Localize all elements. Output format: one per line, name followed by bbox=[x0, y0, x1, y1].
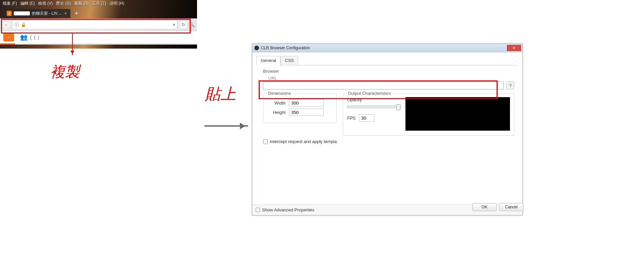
body-spacer bbox=[256, 145, 518, 202]
url-text-masked bbox=[28, 23, 171, 27]
chat-strip: ⋯ 👥 ( 1 ) bbox=[0, 31, 197, 45]
tab-css[interactable]: CSS bbox=[280, 56, 298, 65]
width-label: Width bbox=[267, 101, 285, 106]
tab-masked-text bbox=[14, 11, 30, 15]
menubar: 檔案 (F) 編輯 (E) 檢視 (V) 歷史 (S) 書籤 (B) 工具 (T… bbox=[0, 0, 197, 7]
annotation-paste: 貼上 bbox=[205, 84, 236, 105]
url-label: URL bbox=[268, 76, 514, 81]
fps-input[interactable] bbox=[359, 114, 374, 122]
dimensions-fieldset: Dimensions Width Height bbox=[263, 93, 337, 123]
arrow-down-icon bbox=[72, 34, 73, 55]
opacity-thumb[interactable] bbox=[396, 104, 400, 110]
width-input[interactable] bbox=[289, 99, 324, 107]
info-icon[interactable]: ⓘ bbox=[14, 22, 19, 28]
app-icon bbox=[254, 46, 259, 50]
annotation-copy: 複製 bbox=[50, 62, 80, 82]
clr-dialog: CLR Browser Configuration ✕ General CSS … bbox=[252, 44, 523, 215]
tab-row: 🎙 的聊天室 - LIVE... × + bbox=[0, 7, 197, 18]
tab-close-icon[interactable]: × bbox=[64, 11, 67, 16]
menu-view[interactable]: 檢視 (V) bbox=[38, 1, 53, 6]
browser-window: 檔案 (F) 編輯 (E) 檢視 (V) 歷史 (S) 書籤 (B) 工具 (T… bbox=[0, 0, 197, 49]
opacity-label: Opacity bbox=[347, 97, 401, 102]
tab-bar: General CSS bbox=[256, 56, 518, 65]
toolbar: ← ⓘ 🔒 ▾ ↻ 🔍 bbox=[0, 18, 197, 31]
output-legend: Output Characteristics bbox=[346, 91, 392, 96]
help-button[interactable]: ? bbox=[506, 81, 514, 89]
preview-box bbox=[405, 97, 510, 131]
dialog-buttons: OK Cancel bbox=[472, 203, 523, 211]
users-count[interactable]: 👥 ( 1 ) bbox=[20, 34, 39, 41]
new-tab-button[interactable]: + bbox=[73, 10, 80, 17]
menu-tools[interactable]: 工具 (T) bbox=[92, 1, 106, 6]
menu-history[interactable]: 歷史 (S) bbox=[56, 1, 70, 6]
url-input[interactable] bbox=[263, 81, 504, 89]
dialog-title: CLR Browser Configuration bbox=[261, 46, 310, 50]
fps-label: FPS bbox=[347, 116, 356, 121]
reload-button[interactable]: ↻ bbox=[179, 20, 188, 29]
arrow-right-icon bbox=[204, 125, 248, 127]
height-label: Height bbox=[267, 110, 285, 115]
menu-bookmarks[interactable]: 書籤 (B) bbox=[74, 1, 88, 6]
intercept-checkbox[interactable] bbox=[263, 139, 268, 144]
dimensions-legend: Dimensions bbox=[267, 91, 292, 96]
height-input[interactable] bbox=[289, 109, 324, 116]
chat-button[interactable]: ⋯ bbox=[3, 33, 14, 42]
browser-tab[interactable]: 🎙 的聊天室 - LIVE... × bbox=[3, 9, 70, 18]
dialog-body: General CSS Browser URL ? Dimensions Wid… bbox=[252, 52, 522, 204]
mic-icon: 🎙 bbox=[7, 11, 12, 16]
tab-title: 的聊天室 - LIVE... bbox=[32, 11, 62, 16]
menu-help[interactable]: 說明 (H) bbox=[110, 1, 124, 6]
advanced-label: Show Advanced Properties bbox=[262, 207, 314, 212]
advanced-checkbox[interactable] bbox=[256, 208, 260, 212]
cancel-button[interactable]: Cancel bbox=[499, 203, 523, 211]
search-icon[interactable]: 🔍 bbox=[189, 22, 195, 28]
url-dropdown-icon[interactable]: ▾ bbox=[173, 22, 175, 27]
users-icon: 👥 bbox=[20, 34, 27, 41]
output-fieldset: Output Characteristics Opacity FPS bbox=[343, 93, 514, 136]
opacity-slider[interactable] bbox=[347, 106, 401, 108]
back-button[interactable]: ← bbox=[2, 20, 11, 29]
close-button[interactable]: ✕ bbox=[507, 45, 521, 51]
tab-general[interactable]: General bbox=[256, 56, 280, 65]
users-count-text: ( 1 ) bbox=[30, 35, 39, 40]
url-bar[interactable]: ⓘ 🔒 ▾ bbox=[12, 20, 178, 29]
section-browser: Browser bbox=[263, 69, 518, 74]
ok-button[interactable]: OK bbox=[472, 203, 497, 211]
menu-edit[interactable]: 編輯 (E) bbox=[20, 1, 35, 6]
menu-file[interactable]: 檔案 (F) bbox=[3, 1, 17, 6]
lock-icon: 🔒 bbox=[21, 22, 26, 27]
titlebar: CLR Browser Configuration ✕ bbox=[252, 44, 522, 52]
intercept-label: Intercept request and apply templa bbox=[270, 139, 337, 144]
